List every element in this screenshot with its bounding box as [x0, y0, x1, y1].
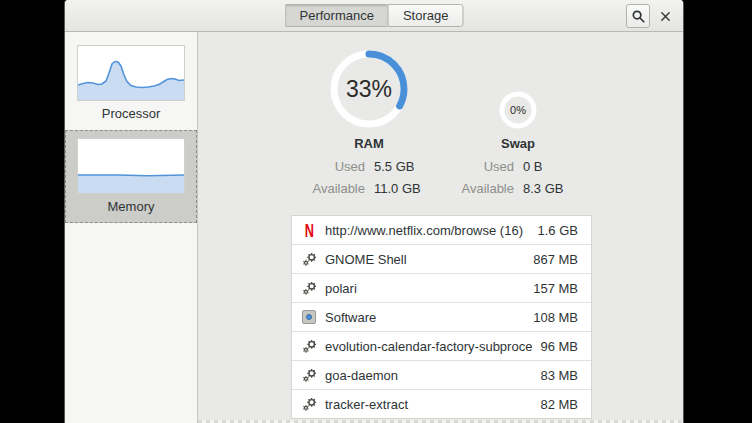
process-name: GNOME Shell — [325, 252, 525, 267]
process-memory: 96 MB — [540, 339, 578, 354]
process-name: tracker-extract — [325, 397, 532, 412]
processor-graph-thumbnail — [77, 45, 185, 101]
ram-usage-dial: 33% — [327, 47, 411, 131]
swap-usage-dial: 0% — [496, 88, 540, 132]
swap-percent: 0% — [496, 88, 540, 132]
process-list: N http://www.netflix.com/browse (16) 1.6… — [291, 215, 592, 419]
software-icon — [301, 309, 317, 325]
process-memory: 157 MB — [533, 281, 578, 296]
gear-icon — [301, 251, 317, 267]
swap-available-label: Available — [461, 178, 514, 200]
process-name: Software — [325, 310, 525, 325]
sidebar-item-processor[interactable]: Processor — [65, 37, 197, 130]
gear-icon — [301, 367, 317, 383]
table-row[interactable]: N http://www.netflix.com/browse (16) 1.6… — [292, 216, 591, 244]
netflix-icon: N — [301, 222, 317, 238]
screen: Performance Storage — [0, 0, 752, 423]
ram-used-value: 5.5 GB — [374, 156, 414, 178]
tab-storage[interactable]: Storage — [388, 4, 464, 27]
process-memory: 83 MB — [540, 368, 578, 383]
headerbar: Performance Storage — [65, 0, 683, 32]
search-button[interactable] — [626, 4, 650, 28]
process-memory: 82 MB — [540, 397, 578, 412]
ram-percent: 33% — [327, 47, 411, 131]
gear-icon — [301, 338, 317, 354]
swap-used-value: 0 B — [523, 156, 543, 178]
table-row[interactable]: Software 108 MB — [292, 302, 591, 331]
process-name: evolution-calendar-factory-subprocess … — [325, 339, 532, 354]
process-memory: 867 MB — [533, 252, 578, 267]
swap-available-value: 8.3 GB — [523, 178, 563, 200]
memory-performance-view: 33% 0% RAM Swap Used 5.5 GB Available 11… — [198, 32, 683, 423]
swap-used-label: Used — [484, 156, 514, 178]
gear-icon — [301, 280, 317, 296]
table-row[interactable]: evolution-calendar-factory-subprocess … … — [292, 331, 591, 360]
table-row[interactable]: polari 157 MB — [292, 273, 591, 302]
process-name: polari — [325, 281, 525, 296]
sidebar-item-memory[interactable]: Memory — [65, 130, 197, 223]
table-row[interactable]: GNOME Shell 867 MB — [292, 244, 591, 273]
tab-performance[interactable]: Performance — [285, 4, 388, 27]
gear-icon — [301, 396, 317, 412]
swap-stats: Used 0 B Available 8.3 GB — [418, 156, 619, 200]
table-row[interactable]: goa-daemon 83 MB — [292, 360, 591, 389]
ram-used-label: Used — [335, 156, 365, 178]
process-name: http://www.netflix.com/browse (16) — [325, 223, 530, 238]
swap-label: Swap — [458, 136, 578, 151]
view-switcher: Performance Storage — [285, 4, 464, 27]
close-button[interactable] — [653, 4, 677, 28]
process-name: goa-daemon — [325, 368, 532, 383]
close-icon — [660, 11, 671, 22]
sidebar-item-label: Processor — [66, 106, 196, 121]
sidebar-item-label: Memory — [66, 199, 196, 214]
table-row[interactable]: tracker-extract 82 MB — [292, 389, 591, 418]
ram-available-value: 11.0 GB — [374, 178, 421, 200]
ram-label: RAM — [309, 136, 429, 151]
ram-available-label: Available — [312, 178, 365, 200]
process-memory: 1.6 GB — [538, 223, 578, 238]
process-memory: 108 MB — [533, 310, 578, 325]
sidebar: Processor Memory — [65, 32, 198, 423]
usage-app-window: Performance Storage — [64, 0, 684, 423]
search-icon — [631, 9, 646, 24]
memory-graph-thumbnail — [77, 138, 185, 194]
